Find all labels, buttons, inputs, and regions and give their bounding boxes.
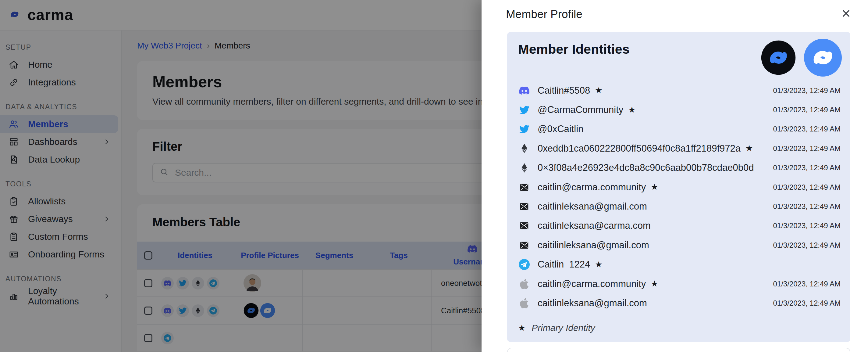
identity-timestamp: 01/3/2023, 12:49 AM: [773, 202, 841, 211]
identity-label: 0xeddb1ca060222800ff50694f0c8a1ff2189f97…: [538, 143, 741, 154]
drawer-next-section-card: [507, 348, 850, 352]
identity-label: Caitlin#5508: [538, 85, 590, 96]
identity-row: caitlinleksana@gmail.com01/3/2023, 12:49…: [518, 293, 841, 313]
identity-row: caitlinleksana@gmail.com01/3/2023, 12:49…: [518, 197, 841, 216]
identity-timestamp: 01/3/2023, 12:49 AM: [773, 183, 841, 192]
identity-timestamp: 01/3/2023, 12:49 AM: [773, 280, 841, 288]
apple-icon: [518, 298, 530, 309]
identity-label: caitilinleksana@gmail.com: [538, 240, 649, 251]
star-icon: ★: [518, 324, 525, 332]
apple-icon: [518, 279, 530, 289]
discord-icon: [518, 85, 530, 96]
star-icon: ★: [745, 144, 753, 152]
identity-label: caitlinleksana@gmail.com: [538, 298, 647, 309]
identity-list: Caitlin#5508★01/3/2023, 12:49 AM@CarmaCo…: [518, 81, 841, 313]
member-identities-card: Member Identities Caitlin#5508★01/3/2023…: [507, 32, 850, 342]
identity-row: @0xCaitlin01/3/2023, 12:49 AM: [518, 120, 841, 139]
star-icon: ★: [651, 280, 658, 288]
identity-row: 0×3f08a4e26923e4dc8a8c90c6aab00b78cdae0b…: [518, 158, 841, 178]
identity-label: caitlin@carma.community: [538, 278, 646, 290]
identity-timestamp: 01/3/2023, 12:49 AM: [773, 86, 841, 95]
identity-label: caitlinleksana@gmail.com: [538, 201, 647, 212]
identity-row: caitlin@carma.community★01/3/2023, 12:49…: [518, 178, 841, 197]
telegram-icon: [518, 259, 530, 270]
star-icon: ★: [595, 86, 602, 94]
identity-row: Caitlin_1224★: [518, 255, 841, 274]
twitter-icon: [518, 124, 530, 134]
email-icon: [518, 202, 530, 211]
email-icon: [518, 240, 530, 250]
email-icon: [518, 221, 530, 231]
identity-timestamp: 01/3/2023, 12:49 AM: [773, 222, 841, 230]
identity-timestamp: 01/3/2023, 12:49 AM: [773, 241, 841, 250]
identity-timestamp: 01/3/2023, 12:49 AM: [773, 144, 841, 153]
identity-label: 0×3f08a4e26923e4dc8a8c90c6aab00b78cdae0b…: [538, 162, 754, 173]
drawer-title: Member Profile: [506, 8, 582, 21]
ethereum-icon: [518, 143, 530, 154]
primary-identity-label: Primary Identity: [531, 323, 595, 333]
identity-timestamp: 01/3/2023, 12:49 AM: [773, 125, 841, 133]
star-icon: ★: [651, 183, 658, 191]
identity-timestamp: 01/3/2023, 12:49 AM: [773, 164, 841, 172]
identity-row: 0xeddb1ca060222800ff50694f0c8a1ff2189f97…: [518, 139, 841, 158]
member-identities-title: Member Identities: [518, 42, 630, 57]
member-avatars: [761, 38, 842, 77]
identity-row: caitlin@carma.community★01/3/2023, 12:49…: [518, 274, 841, 293]
identity-label: caitlinleksana@carma.com: [538, 220, 651, 231]
primary-identity-legend: ★ Primary Identity: [518, 323, 595, 333]
identity-timestamp: 01/3/2023, 12:49 AM: [773, 106, 841, 114]
identity-row: caitilinleksana@gmail.com01/3/2023, 12:4…: [518, 235, 841, 255]
identity-row: @CarmaCommunity★01/3/2023, 12:49 AM: [518, 100, 841, 119]
twitter-icon: [518, 105, 530, 115]
identity-label: @CarmaCommunity: [538, 104, 623, 115]
email-icon: [518, 182, 530, 192]
member-avatar-dark: [761, 40, 796, 75]
star-icon: ★: [628, 106, 636, 114]
identity-row: caitlinleksana@carma.com01/3/2023, 12:49…: [518, 216, 841, 235]
identity-label: caitlin@carma.community: [538, 182, 646, 193]
identity-label: Caitlin_1224: [538, 259, 590, 270]
close-icon[interactable]: [839, 6, 854, 21]
star-icon: ★: [595, 261, 602, 269]
member-avatar-blue: [803, 38, 842, 77]
identity-timestamp: 01/3/2023, 12:49 AM: [773, 299, 841, 307]
member-profile-drawer: Member Profile Member Identities Caitlin…: [482, 0, 868, 352]
identity-label: @0xCaitlin: [538, 123, 583, 135]
ethereum-icon: [518, 163, 530, 173]
identity-row: Caitlin#5508★01/3/2023, 12:49 AM: [518, 81, 841, 100]
